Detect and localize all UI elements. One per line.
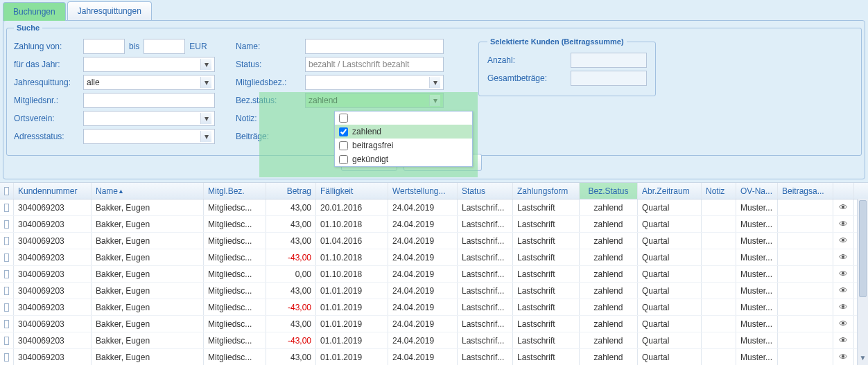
cell-faelligkeit: 20.01.2016 [316,199,388,215]
table-row[interactable]: 3040069203Bakker, EugenMitgliedsc...-43,… [0,299,868,316]
cell-kundennummer: 3040069203 [14,249,92,265]
cell-abrzeitraum: Quartal [638,266,702,282]
row-checkbox[interactable] [0,349,14,365]
cell-abrzeitraum: Quartal [638,349,702,365]
bezstatus-option-gekuendigt[interactable]: gekündigt [335,152,472,166]
table-row[interactable]: 3040069203Bakker, EugenMitgliedsc...43,0… [0,216,868,233]
option-label: gekündigt [352,154,388,164]
mitgliedsbez-combo[interactable]: ▾ [305,75,444,90]
col-status[interactable]: Status [458,183,513,199]
cell-notiz [702,249,736,265]
zahlung-von-input[interactable] [83,39,125,54]
view-row-button[interactable]: 👁 [833,249,854,265]
ortsverein-combo[interactable]: ▾ [83,111,215,126]
status-combo[interactable]: bezahlt / Lastschrift bezahlt [305,57,444,72]
row-checkbox[interactable] [0,216,14,232]
row-checkbox[interactable] [0,299,14,315]
cell-bezstatus: zahlend [580,332,638,348]
row-checkbox[interactable] [0,199,14,215]
bezstatus-option-zahlend[interactable]: zahlend [335,125,472,139]
cell-abrzeitraum: Quartal [638,332,702,348]
col-wertstellung[interactable]: Wertstellung... [388,183,458,199]
adressstatus-combo[interactable]: ▾ [83,129,215,144]
table-row[interactable]: 3040069203Bakker, EugenMitgliedsc...43,0… [0,283,868,299]
table-row[interactable]: 3040069203Bakker, EugenMitgliedsc...43,0… [0,316,868,332]
col-abrzeitraum[interactable]: Abr.Zeitraum [638,183,702,199]
cell-zahlungsform: Lastschrift [513,332,580,348]
table-row[interactable]: 3040069203Bakker, EugenMitgliedsc...43,0… [0,233,868,249]
table-row[interactable]: 3040069203Bakker, EugenMitgliedsc...-43,… [0,332,868,349]
view-row-button[interactable]: 👁 [833,349,854,365]
eye-icon: 👁 [839,235,848,246]
col-kundennummer[interactable]: Kundennummer [14,183,92,199]
view-row-button[interactable]: 👁 [833,299,854,315]
zahlung-von-label: Zahlung von: [14,42,83,51]
jahresquittung-combo[interactable]: alle▾ [83,75,215,90]
cell-ovname: Muster... [736,266,778,282]
view-row-button[interactable]: 👁 [833,316,854,332]
cell-ovname: Muster... [736,199,778,215]
jahr-combo[interactable]: ▾ [83,57,215,72]
cell-kundennummer: 3040069203 [14,199,92,215]
checkbox[interactable] [339,127,348,136]
cell-notiz [702,216,736,232]
cell-faelligkeit: 01.04.2016 [316,233,388,249]
cell-beitragsart [778,233,833,249]
cell-status: Lastschrif... [458,216,513,232]
view-row-button[interactable]: 👁 [833,233,854,249]
col-notiz[interactable]: Notiz [702,183,736,199]
view-row-button[interactable]: 👁 [833,283,854,299]
col-zahlungsform[interactable]: Zahlungsform [513,183,580,199]
cell-status: Lastschrif... [458,299,513,315]
col-faelligkeit[interactable]: Fälligkeit [316,183,388,199]
cell-kundennummer: 3040069203 [14,299,92,315]
col-mitglbez[interactable]: Mitgl.Bez. [204,183,266,199]
scroll-down-icon[interactable]: ▼ [858,354,868,365]
cell-notiz [702,332,736,348]
cell-wertstellung: 24.04.2019 [388,299,458,315]
vertical-scrollbar[interactable]: ▲ ▼ [857,199,868,365]
checkbox[interactable] [339,141,348,150]
view-row-button[interactable]: 👁 [833,266,854,282]
table-row[interactable]: 3040069203Bakker, EugenMitgliedsc...43,0… [0,199,868,216]
view-row-button[interactable]: 👁 [833,332,854,348]
cell-zahlungsform: Lastschrift [513,299,580,315]
checkbox[interactable] [339,114,348,123]
eye-icon: 👁 [839,219,848,229]
view-row-button[interactable]: 👁 [833,199,854,215]
col-name[interactable]: Name [92,183,204,199]
tab-jahresquittungen[interactable]: Jahresquittungen [67,1,152,20]
table-row[interactable]: 3040069203Bakker, EugenMitgliedsc...-43,… [0,249,868,266]
cell-mitglbez: Mitgliedsc... [204,249,266,265]
bezstatus-option-empty[interactable] [335,112,472,125]
cell-name: Bakker, Eugen [92,249,204,265]
table-row[interactable]: 3040069203Bakker, EugenMitgliedsc...0,00… [0,266,868,283]
col-beitragsart[interactable]: Beitragsa... [778,183,833,199]
row-checkbox[interactable] [0,266,14,282]
view-row-button[interactable]: 👁 [833,216,854,232]
eye-icon: 👁 [839,285,848,296]
name-input[interactable] [305,39,444,54]
col-checkbox[interactable] [0,183,14,199]
cell-mitglbez: Mitgliedsc... [204,283,266,299]
row-checkbox[interactable] [0,332,14,348]
bezstatus-dropdown[interactable]: zahlend beitragsfrei gekündigt [334,111,473,167]
row-checkbox[interactable] [0,283,14,299]
mitgliedsnr-input[interactable] [83,93,215,108]
row-checkbox[interactable] [0,233,14,249]
row-checkbox[interactable] [0,316,14,332]
cell-beitragsart [778,216,833,232]
tab-buchungen[interactable]: Buchungen [3,2,66,21]
bezstatus-option-beitragsfrei[interactable]: beitragsfrei [335,139,472,152]
chevron-down-icon: ▾ [200,59,211,70]
cell-abrzeitraum: Quartal [638,299,702,315]
col-bezstatus[interactable]: Bez.Status [580,183,638,199]
scroll-thumb[interactable] [859,200,867,297]
row-checkbox[interactable] [0,249,14,265]
table-row[interactable]: 3040069203Bakker, EugenMitgliedsc...43,0… [0,349,868,365]
col-ovname[interactable]: OV-Na... [736,183,778,199]
bezstatus-combo[interactable]: zahlend▾ [305,93,444,108]
col-betrag[interactable]: Betrag [266,183,316,199]
zahlung-bis-input[interactable] [144,39,185,54]
checkbox[interactable] [339,155,348,164]
